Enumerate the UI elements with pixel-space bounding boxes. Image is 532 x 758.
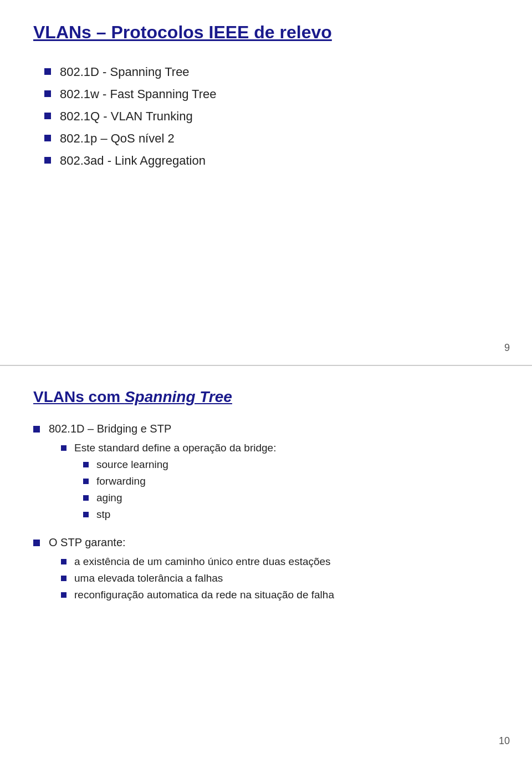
list-item: 802.1p – QoS nível 2 — [44, 131, 499, 146]
list-item: 802.1D - Spanning Tree — [44, 65, 499, 79]
bullet-icon — [44, 157, 51, 164]
bullet-text: aging — [96, 492, 122, 504]
bullet-text: uma elevada tolerância a falhas — [74, 572, 223, 584]
slide-top-title: VLANs – Protocolos IEEE de relevo — [33, 22, 499, 43]
sub-bullet-1: Este standard define a operação da bridg… — [33, 442, 499, 454]
subsub-bullet-3: aging — [33, 492, 499, 504]
bullet-icon — [83, 495, 89, 501]
bullet-icon — [61, 445, 66, 451]
bullet-text: Este standard define a operação da bridg… — [74, 442, 276, 454]
bullet-text: forwarding — [96, 475, 146, 487]
bullet-text: a existência de um caminho único entre d… — [74, 556, 331, 568]
stp-sub-3: reconfiguração automatica da rede na sit… — [33, 589, 499, 601]
page-number-top: 9 — [504, 342, 510, 354]
page-number-bottom: 10 — [499, 735, 510, 747]
gap — [33, 525, 499, 536]
bullet-icon — [44, 68, 51, 75]
list-item: 802.1w - Fast Spanning Tree — [44, 87, 499, 101]
top-bullet-list: 802.1D - Spanning Tree 802.1w - Fast Spa… — [33, 65, 499, 168]
bullet-icon — [83, 479, 89, 484]
bullet-icon — [33, 540, 40, 546]
bullet-text: 802.1D - Spanning Tree — [60, 65, 190, 79]
bullet-text: 802.3ad - Link Aggregation — [60, 154, 206, 168]
subsub-bullet-4: stp — [33, 508, 499, 521]
bullet-icon — [44, 90, 51, 97]
bullet-icon — [83, 462, 89, 467]
bullet-text: 802.1w - Fast Spanning Tree — [60, 87, 217, 101]
stp-sub-1: a existência de um caminho único entre d… — [33, 556, 499, 568]
bullet-icon — [83, 512, 89, 517]
bullet-icon — [61, 559, 66, 564]
bullet-icon — [44, 135, 51, 141]
bullet-text: 802.1D – Bridging e STP — [49, 423, 171, 435]
main-bullet-2: O STP garante: — [33, 536, 499, 549]
slide-top: VLANs – Protocolos IEEE de relevo 802.1D… — [0, 0, 532, 366]
list-item: 802.1Q - VLAN Trunking — [44, 109, 499, 124]
bullet-text: 802.1p – QoS nível 2 — [60, 131, 175, 146]
bullet-text: O STP garante: — [49, 536, 126, 549]
bullet-text: source learning — [96, 459, 168, 471]
list-item: 802.3ad - Link Aggregation — [44, 154, 499, 168]
main-bullet-1: 802.1D – Bridging e STP — [33, 423, 499, 435]
stp-sub-2: uma elevada tolerância a falhas — [33, 572, 499, 584]
bullet-icon — [44, 113, 51, 119]
title-italic: Spanning Tree — [125, 388, 232, 405]
slide-bottom: VLANs com Spanning Tree 802.1D – Bridgin… — [0, 366, 532, 758]
bullet-icon — [61, 576, 66, 581]
bullet-icon — [33, 426, 40, 433]
bullet-icon — [61, 592, 66, 598]
slide-bottom-title: VLANs com Spanning Tree — [33, 388, 499, 406]
title-normal: VLANs com — [33, 388, 125, 405]
bullet-text: reconfiguração automatica da rede na sit… — [74, 589, 334, 601]
subsub-bullet-1: source learning — [33, 459, 499, 471]
subsub-bullet-2: forwarding — [33, 475, 499, 487]
page: VLANs – Protocolos IEEE de relevo 802.1D… — [0, 0, 532, 758]
bullet-text: stp — [96, 508, 110, 521]
bullet-text: 802.1Q - VLAN Trunking — [60, 109, 193, 124]
